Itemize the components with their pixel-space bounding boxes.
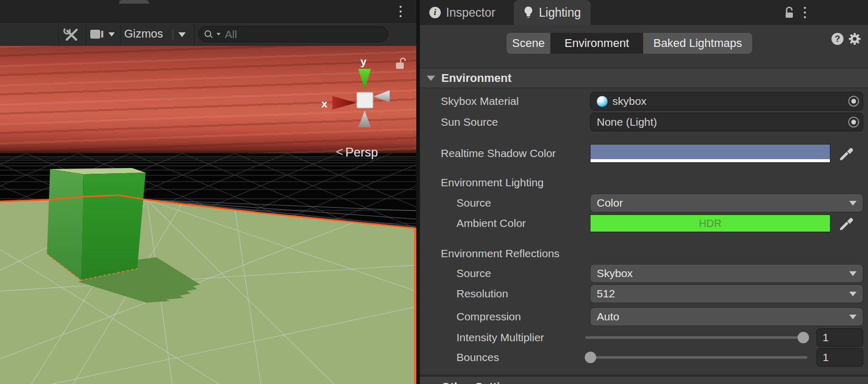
scene-tools-icon[interactable] xyxy=(63,26,80,43)
toolbar-separator xyxy=(58,23,59,45)
section-title: Other Settings xyxy=(441,380,521,384)
dropdown-arrow-icon xyxy=(849,292,857,296)
gizmo-lock-icon[interactable] xyxy=(396,58,405,69)
scene-viewport[interactable]: y x < Persp xyxy=(0,46,416,384)
lightbulb-icon xyxy=(523,6,534,19)
ambient-color-swatch[interactable]: HDR xyxy=(590,214,830,232)
sun-source-label: Sun Source xyxy=(441,113,498,131)
panel-menu-kebab-icon[interactable] xyxy=(804,7,806,18)
realtime-shadow-color-label: Realtime Shadow Color xyxy=(441,144,556,163)
compression-label: Compression xyxy=(456,307,521,326)
bounces-row: 1 xyxy=(420,348,868,367)
sun-source-field[interactable]: None (Light) xyxy=(590,113,863,131)
scene-search-field[interactable] xyxy=(198,26,388,42)
sun-source-value: None (Light) xyxy=(597,116,657,128)
realtime-shadow-color-swatch[interactable] xyxy=(590,144,830,163)
gizmo-x-cone[interactable] xyxy=(332,96,356,110)
dropdown-arrow-icon xyxy=(849,201,857,206)
gizmo-z-cone[interactable] xyxy=(373,90,390,102)
lighting-panel: i Inspector Lighting Scene Environment xyxy=(420,0,868,384)
lighting-source-dropdown[interactable]: Color xyxy=(590,194,863,212)
pane-divider[interactable] xyxy=(416,0,420,384)
tab-lighting-label: Lighting xyxy=(539,6,581,20)
intensity-multiplier-row: 1 xyxy=(420,328,868,347)
section-title: Environment xyxy=(441,71,511,85)
unity-editor-window: Gizmos xyxy=(0,0,868,384)
skybox-material-label: Skybox Material xyxy=(441,92,519,111)
scene-orientation-gizmo[interactable]: y x xyxy=(321,55,390,127)
eyedropper-icon[interactable] xyxy=(837,214,855,232)
compression-value: Auto xyxy=(597,310,619,323)
settings-gear-icon[interactable] xyxy=(848,32,862,46)
intensity-multiplier-slider-track[interactable] xyxy=(585,337,807,339)
alpha-strip xyxy=(590,159,830,162)
resolution-dropdown[interactable]: 512 xyxy=(590,284,863,303)
environment-reflections-label: Environment Reflections xyxy=(441,244,560,263)
scene-camera-icon[interactable] xyxy=(90,29,106,40)
ambient-color-label: Ambient Color xyxy=(456,214,526,232)
environment-section-header[interactable]: Environment xyxy=(420,68,868,88)
skybox-material-value: skybox xyxy=(612,95,646,107)
skybox-material-field[interactable]: skybox xyxy=(590,92,863,111)
persp-label[interactable]: Persp xyxy=(345,145,378,159)
toolbar-separator xyxy=(86,23,86,45)
section-divider xyxy=(420,375,868,376)
other-settings-section-header[interactable]: Other Settings xyxy=(420,376,868,384)
tab-inspector[interactable]: i Inspector xyxy=(420,0,505,25)
object-picker-icon[interactable] xyxy=(848,117,859,128)
persp-arrow-icon[interactable]: < xyxy=(336,145,343,159)
lighting-source-value: Color xyxy=(597,197,623,209)
gizmo-y-cone[interactable] xyxy=(358,69,371,90)
intensity-multiplier-slider-handle[interactable] xyxy=(798,332,809,343)
reflections-source-label: Source xyxy=(456,264,491,283)
tab-inspector-label: Inspector xyxy=(446,6,496,20)
panel-tabbar: i Inspector Lighting xyxy=(420,0,868,25)
mode-tab-baked-lightmaps[interactable]: Baked Lightmaps xyxy=(643,33,752,54)
toolbar-separator xyxy=(194,23,195,45)
gizmo-x-label: x xyxy=(321,98,328,110)
bounces-slider-track[interactable] xyxy=(585,356,807,359)
lighting-source-label: Source xyxy=(456,194,491,212)
green-cube[interactable] xyxy=(47,168,146,280)
dropdown-arrow-icon xyxy=(849,271,857,276)
search-icon xyxy=(204,30,213,39)
compression-dropdown[interactable]: Auto xyxy=(590,307,863,326)
scene-view-menu-kebab-icon[interactable] xyxy=(400,6,402,17)
scene-view-pane: Gizmos xyxy=(0,0,416,384)
object-picker-icon[interactable] xyxy=(848,96,859,107)
search-filter-arrow-icon[interactable] xyxy=(216,33,221,35)
gizmo-y-label: y xyxy=(360,55,367,67)
material-sphere-icon xyxy=(597,96,608,107)
mode-tab-scene[interactable]: Scene xyxy=(507,33,551,54)
eyedropper-icon[interactable] xyxy=(837,145,855,162)
bounces-slider-handle[interactable] xyxy=(585,352,596,363)
toolbar-separator xyxy=(120,23,120,45)
scene-view-titlebar xyxy=(0,0,416,23)
reflections-source-dropdown[interactable]: Skybox xyxy=(590,264,863,283)
gizmos-separator xyxy=(173,29,173,40)
gizmo-center-cube[interactable] xyxy=(357,92,373,108)
scene-render: y x < Persp xyxy=(0,46,416,384)
hdr-badge: HDR xyxy=(590,215,830,232)
info-icon: i xyxy=(429,7,441,18)
resolution-value: 512 xyxy=(597,287,615,300)
reflections-source-value: Skybox xyxy=(597,267,633,280)
mode-tab-environment[interactable]: Environment xyxy=(551,33,643,54)
foldout-arrow-icon[interactable] xyxy=(427,76,435,81)
gizmo-down-cone[interactable] xyxy=(358,111,371,127)
lighting-mode-tabs: Scene Environment Baked Lightmaps xyxy=(507,33,752,54)
intensity-multiplier-input[interactable]: 1 xyxy=(816,328,863,347)
search-input[interactable] xyxy=(224,28,382,41)
resolution-label: Resolution xyxy=(456,284,508,303)
window-tab-stub xyxy=(119,0,149,4)
dropdown-arrow-icon xyxy=(849,315,857,319)
tab-lighting[interactable]: Lighting xyxy=(514,0,590,25)
camera-dropdown-arrow-icon[interactable] xyxy=(108,32,115,37)
gizmos-button[interactable]: Gizmos xyxy=(124,27,163,41)
gizmos-dropdown-arrow-icon[interactable] xyxy=(178,32,186,37)
help-icon[interactable]: ? xyxy=(831,33,843,45)
bounces-input[interactable]: 1 xyxy=(816,348,863,367)
panel-lock-icon[interactable] xyxy=(784,6,794,19)
environment-lighting-label: Environment Lighting xyxy=(441,173,544,192)
